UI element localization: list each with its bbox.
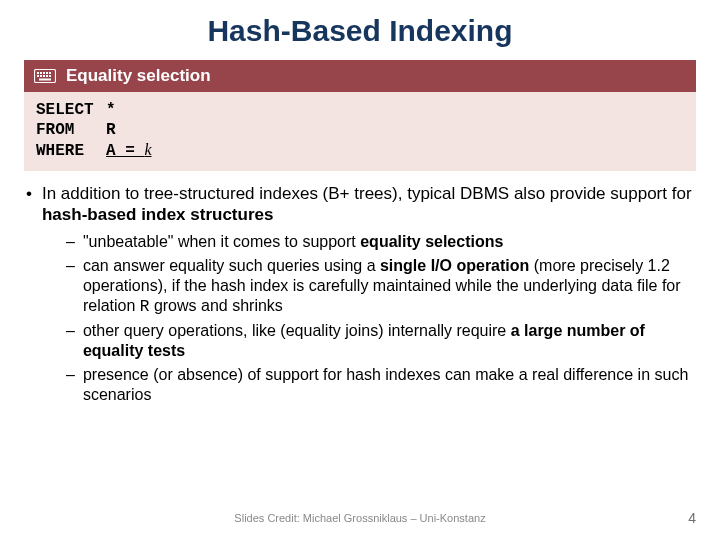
dash-icon: – [66,321,75,361]
svg-rect-8 [43,75,45,77]
dash-icon: – [66,365,75,405]
t-bold: hash-based index structures [42,205,273,224]
svg-rect-11 [39,79,51,81]
footer-credit: Slides Credit: Michael Grossniklaus – Un… [0,512,720,524]
bullet-item: • In addition to tree-structured indexes… [26,183,694,226]
page-number: 4 [688,510,696,526]
bullet-dot: • [26,183,32,226]
body-text: • In addition to tree-structured indexes… [24,171,696,405]
code-text: * [106,101,116,119]
code-line: SELECT* [36,100,684,120]
svg-rect-2 [40,72,42,74]
code-line: WHEREA = k [36,140,684,161]
list-item: – presence (or absence) of support for h… [66,365,694,405]
list-item: – "unbeatable" when it comes to support … [66,232,694,252]
t-mono: R [140,298,150,316]
t-bold: single I/O operation [380,257,529,274]
section-banner: Equality selection [24,60,696,92]
t: In addition to tree-structured indexes (… [42,184,692,203]
t: can answer equality such queries using a [83,257,380,274]
dash-icon: – [66,232,75,252]
t: grows and shrinks [149,297,282,314]
banner-label: Equality selection [66,66,211,86]
svg-rect-6 [37,75,39,77]
list-text: other query operations, like (equality j… [83,321,694,361]
svg-rect-1 [37,72,39,74]
svg-rect-3 [43,72,45,74]
t-bold: equality selections [360,233,503,250]
kw-select: SELECT [36,100,106,120]
sql-code-block: SELECT* FROMR WHEREA = k [24,92,696,171]
dash-icon: – [66,256,75,317]
sub-list: – "unbeatable" when it comes to support … [26,232,694,405]
kw-where: WHERE [36,141,106,161]
code-text: A = [106,142,144,160]
code-text: R [106,121,116,139]
t: "unbeatable" when it comes to support [83,233,360,250]
svg-rect-5 [49,72,51,74]
keyboard-icon [34,69,56,83]
list-text: presence (or absence) of support for has… [83,365,694,405]
svg-rect-4 [46,72,48,74]
list-item: – other query operations, like (equality… [66,321,694,361]
svg-rect-10 [49,75,51,77]
bullet-text: In addition to tree-structured indexes (… [42,183,694,226]
kw-from: FROM [36,120,106,140]
list-item: – can answer equality such queries using… [66,256,694,317]
list-text: can answer equality such queries using a… [83,256,694,317]
code-line: FROMR [36,120,684,140]
list-text: "unbeatable" when it comes to support eq… [83,232,503,252]
slide: Hash-Based Indexing Equality selection S… [0,0,720,540]
svg-rect-9 [46,75,48,77]
page-title: Hash-Based Indexing [24,14,696,48]
svg-rect-7 [40,75,42,77]
code-predicate: A = k [106,142,152,160]
t: other query operations, like (equality j… [83,322,511,339]
code-var: k [144,141,151,158]
